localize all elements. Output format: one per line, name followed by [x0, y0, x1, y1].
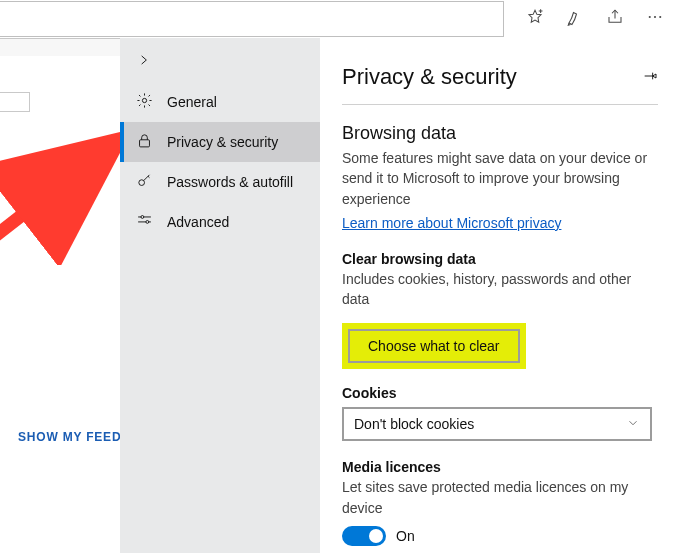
browsing-data-description: Some features might save data on your de…	[342, 148, 658, 209]
settings-main: Privacy & security Browsing data Some fe…	[320, 38, 680, 553]
toolbar-strip	[0, 38, 120, 56]
annotation-arrow	[0, 125, 140, 265]
svg-line-5	[0, 145, 112, 240]
cookies-heading: Cookies	[342, 385, 658, 401]
key-icon	[136, 172, 153, 192]
svg-point-11	[141, 216, 144, 219]
page-fragment	[0, 92, 30, 112]
cookies-value: Don't block cookies	[354, 416, 474, 432]
lock-icon	[136, 132, 153, 152]
titlebar-actions	[504, 8, 680, 30]
pin-icon[interactable]	[642, 68, 658, 87]
gear-icon	[136, 92, 153, 112]
svg-point-2	[649, 16, 651, 18]
more-icon[interactable]	[646, 8, 664, 30]
chevron-down-icon	[626, 416, 640, 433]
nav-label: Passwords & autofill	[167, 174, 293, 190]
favorites-icon[interactable]	[526, 8, 544, 30]
clear-browsing-heading: Clear browsing data	[342, 251, 658, 267]
nav-item-privacy[interactable]: Privacy & security	[120, 122, 320, 162]
nav-label: Advanced	[167, 214, 229, 230]
notes-icon[interactable]	[566, 8, 584, 30]
settings-nav: General Privacy & security Passwords & a…	[120, 38, 320, 553]
toggle-label: On	[396, 528, 415, 544]
cookies-select[interactable]: Don't block cookies	[342, 407, 652, 441]
show-my-feed-link[interactable]: SHOW MY FEED	[18, 430, 121, 444]
svg-point-4	[659, 16, 661, 18]
nav-item-general[interactable]: General	[120, 82, 320, 122]
back-button[interactable]	[120, 38, 168, 82]
media-toggle[interactable]	[342, 526, 386, 546]
address-bar[interactable]	[0, 1, 504, 37]
titlebar	[0, 0, 680, 38]
svg-point-6	[142, 98, 146, 102]
nav-label: General	[167, 94, 217, 110]
share-icon[interactable]	[606, 8, 624, 30]
svg-point-12	[146, 221, 149, 224]
highlight-annotation: Choose what to clear	[342, 323, 526, 369]
nav-item-advanced[interactable]: Advanced	[120, 202, 320, 242]
choose-what-to-clear-button[interactable]: Choose what to clear	[348, 329, 520, 363]
clear-browsing-description: Includes cookies, history, passwords and…	[342, 269, 658, 310]
divider	[342, 104, 658, 105]
svg-point-8	[139, 180, 145, 186]
svg-rect-7	[140, 140, 150, 147]
media-description: Let sites save protected media licences …	[342, 477, 658, 518]
page-title: Privacy & security	[342, 64, 517, 90]
svg-point-3	[654, 16, 656, 18]
nav-label: Privacy & security	[167, 134, 278, 150]
nav-item-passwords[interactable]: Passwords & autofill	[120, 162, 320, 202]
browsing-data-heading: Browsing data	[342, 123, 658, 144]
media-heading: Media licences	[342, 459, 658, 475]
sliders-icon	[136, 212, 153, 232]
learn-more-link[interactable]: Learn more about Microsoft privacy	[342, 215, 561, 231]
